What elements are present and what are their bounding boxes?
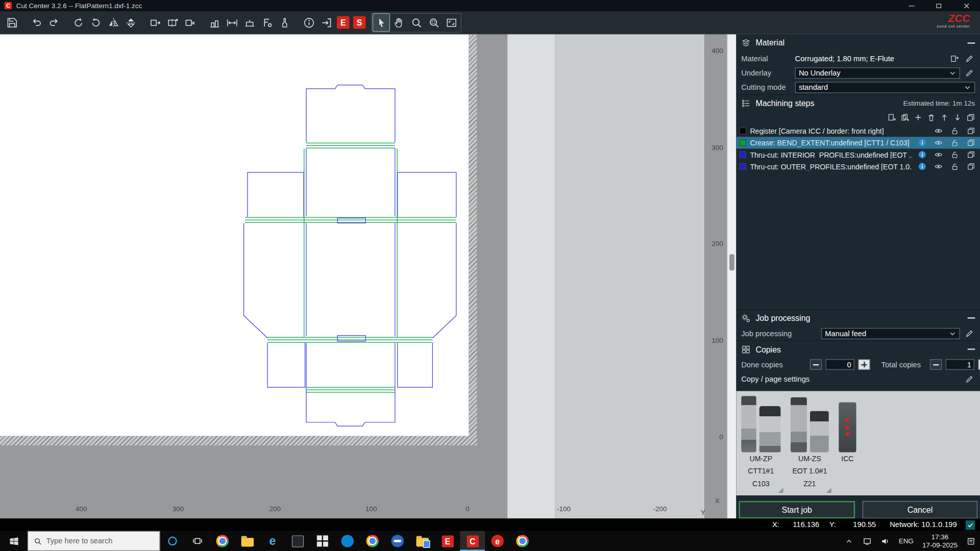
start-job-button[interactable]: Start job <box>739 501 855 518</box>
delete-step-button[interactable] <box>925 112 937 123</box>
bridge-tool-button[interactable] <box>241 14 258 31</box>
nozzle-tool-button[interactable] <box>276 14 292 31</box>
sheet-cut-button[interactable] <box>164 14 181 31</box>
collapse-copies-icon[interactable] <box>968 348 975 349</box>
e-app-button[interactable]: E <box>337 16 349 29</box>
pan-tool-button[interactable] <box>390 14 407 31</box>
taskbar-app-chrome-2[interactable] <box>360 531 385 551</box>
rotate-ccw-button[interactable] <box>70 14 86 31</box>
step-lock-button[interactable] <box>948 162 961 172</box>
taskbar-app-chrome-3[interactable] <box>510 531 535 551</box>
step-duplicate-button[interactable] <box>964 138 976 148</box>
resize-grip-icon[interactable] <box>778 488 783 493</box>
edit-copy-settings-button[interactable] <box>964 373 975 385</box>
job-processing-select[interactable]: Manual feed <box>821 328 960 339</box>
sheet-feed-button[interactable] <box>147 14 163 31</box>
tool-group-icc[interactable]: ICC <box>839 393 856 494</box>
add-step-button[interactable] <box>886 112 897 123</box>
copies-section-header[interactable]: Copies <box>736 340 980 357</box>
edit-material-button[interactable] <box>964 53 975 64</box>
taskbar-app-edge-red[interactable]: e <box>485 531 510 551</box>
register-marks-button[interactable] <box>206 14 223 31</box>
tray-clock[interactable]: 17:36 17-09-2025 <box>918 531 962 551</box>
s-app-button[interactable]: S <box>353 16 365 29</box>
total-copies-increment-button[interactable] <box>978 359 980 370</box>
step-lock-button[interactable] <box>948 138 961 148</box>
zoom-fit-button[interactable] <box>443 14 459 31</box>
machining-step-row-selected[interactable]: Crease: BEND_EXTENT:undefined [CTT1 / C1… <box>736 137 980 148</box>
tray-volume-button[interactable] <box>876 531 895 551</box>
done-copies-decrement-button[interactable] <box>810 359 822 370</box>
step-info-button[interactable] <box>916 149 928 160</box>
machining-step-row[interactable]: Thru-cut: INTERIOR_PROFILES:undefined [E… <box>736 148 980 160</box>
vertical-scrollbar-thumb[interactable] <box>729 254 734 270</box>
tray-tablet-button[interactable] <box>858 531 876 551</box>
step-visibility-button[interactable] <box>932 162 944 172</box>
save-button[interactable] <box>4 14 20 31</box>
step-duplicate-button[interactable] <box>964 149 976 160</box>
underlay-select[interactable]: No Underlay <box>795 67 960 79</box>
move-step-up-button[interactable] <box>939 112 950 123</box>
minimize-button[interactable] <box>897 0 925 11</box>
vertical-scrollbar[interactable] <box>727 34 736 518</box>
step-visibility-button[interactable] <box>932 149 944 160</box>
taskbar-app-cut-center[interactable]: C <box>460 531 485 551</box>
edit-job-processing-button[interactable] <box>964 328 975 339</box>
material-section-header[interactable]: Material <box>736 34 980 51</box>
taskbar-app-chrome[interactable] <box>210 531 235 551</box>
add-method-button[interactable] <box>913 112 924 123</box>
redo-button[interactable] <box>45 14 62 31</box>
step-visibility-button[interactable] <box>932 138 944 148</box>
material-width-button[interactable] <box>224 14 240 31</box>
cortana-button[interactable] <box>160 531 185 551</box>
machining-step-row[interactable]: Thru-cut: OUTER_PROFILES:undefined [EOT … <box>736 161 980 172</box>
step-duplicate-button[interactable] <box>964 162 976 172</box>
change-material-button[interactable] <box>949 53 960 64</box>
resize-grip-icon[interactable] <box>826 488 831 493</box>
edit-underlay-button[interactable] <box>964 67 975 79</box>
taskbar-search[interactable] <box>28 531 160 551</box>
taskbar-app-internet-explorer[interactable]: e <box>260 531 285 551</box>
step-lock-button[interactable] <box>948 149 961 160</box>
move-step-down-button[interactable] <box>952 112 963 123</box>
search-input[interactable] <box>46 537 154 545</box>
workspace-canvas[interactable]: 400 300 200 100 0 400 300 200 100 0 -100… <box>0 34 736 518</box>
tray-expand-button[interactable] <box>840 531 859 551</box>
tray-language[interactable]: ENG <box>894 531 918 551</box>
cancel-button[interactable]: Cancel <box>863 501 977 518</box>
collapse-job-icon[interactable] <box>968 317 975 318</box>
tool-group-1[interactable]: UM-ZP CTT1#1 C103 <box>741 393 780 494</box>
feed-param-button[interactable] <box>259 14 275 31</box>
zoom-region-button[interactable] <box>426 14 442 31</box>
undo-button[interactable] <box>28 14 44 31</box>
total-copies-decrement-button[interactable] <box>930 359 942 370</box>
start-button[interactable] <box>0 531 28 551</box>
done-copies-value[interactable]: 0 <box>826 359 854 370</box>
action-center-button[interactable] <box>962 531 980 551</box>
task-view-button[interactable] <box>185 531 210 551</box>
mirror-vertical-button[interactable] <box>122 14 139 31</box>
step-info-button[interactable] <box>916 138 928 148</box>
taskbar-app-e-red[interactable]: E <box>435 531 460 551</box>
total-copies-value[interactable]: 1 <box>946 359 974 370</box>
info-button[interactable] <box>301 14 317 31</box>
step-visibility-button[interactable] <box>932 126 944 136</box>
machining-step-row[interactable]: Register [Camera ICC / border: front rig… <box>736 125 980 137</box>
sheet-eject-button[interactable] <box>182 14 198 31</box>
maximize-button[interactable] <box>925 0 952 11</box>
rotate-cw-button[interactable] <box>87 14 104 31</box>
cutting-mode-select[interactable]: standard <box>795 82 975 93</box>
export-button[interactable] <box>318 14 334 31</box>
taskbar-app-blue-circle[interactable] <box>335 531 360 551</box>
duplicate-step-button[interactable] <box>965 112 976 123</box>
done-copies-increment-button[interactable] <box>858 359 870 370</box>
collapse-material-icon[interactable] <box>968 42 975 43</box>
add-substep-button[interactable] <box>899 112 911 123</box>
taskbar-app-file-explorer[interactable] <box>235 531 260 551</box>
taskbar-app-dark[interactable] <box>285 531 310 551</box>
machining-section-header[interactable]: Machining steps Estimated time: 1m 12s <box>736 94 980 111</box>
tool-group-2[interactable]: UM-ZS EOT 1.0#1 Z21 <box>791 393 829 494</box>
mirror-horizontal-button[interactable] <box>105 14 121 31</box>
step-lock-button[interactable] <box>948 126 961 136</box>
taskbar-app-blue-oval[interactable] <box>385 531 410 551</box>
